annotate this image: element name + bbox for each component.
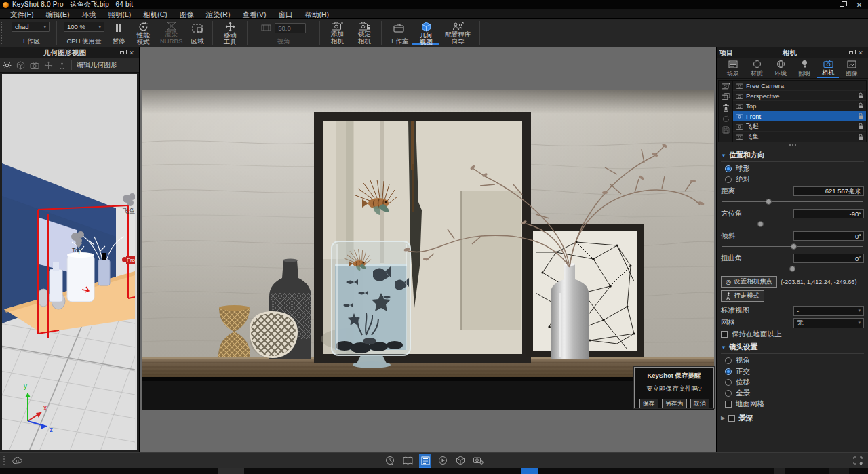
geometry-viewport[interactable]: 飞鱼 Top Front y [2, 74, 137, 450]
distance-slider[interactable] [722, 197, 863, 206]
walk-mode-button[interactable]: 行走模式 [721, 290, 764, 302]
menu-lighting[interactable]: 照明(L) [102, 9, 137, 19]
animation-icon[interactable] [437, 454, 449, 467]
pivot-icon[interactable] [58, 61, 66, 70]
lock-icon[interactable] [858, 113, 863, 119]
dock-drag-handle[interactable] [3, 456, 7, 465]
menu-view[interactable]: 查看(V) [236, 9, 272, 19]
tab-image[interactable]: 图像 [841, 59, 863, 78]
panel-close-icon[interactable]: ✕ [127, 50, 136, 56]
lock-icon[interactable] [858, 134, 863, 140]
fov-control[interactable]: 50.0 视角 [251, 20, 316, 45]
minimize-button[interactable] [815, 0, 833, 9]
keyshot-xr-icon[interactable] [454, 454, 467, 467]
render-nurbs-button[interactable]: 渲染 NURBS [157, 20, 186, 45]
ground-grid-checkbox[interactable]: 地面网格 [721, 399, 864, 410]
radio-absolute[interactable]: 绝对 [721, 174, 864, 185]
radio-spherical[interactable]: 球形 [721, 163, 864, 174]
menu-environment[interactable]: 环境 [75, 9, 102, 19]
list-resize-handle[interactable] [717, 142, 868, 148]
fov-value-field[interactable]: 50.0 [275, 23, 306, 33]
menu-window[interactable]: 窗口 [272, 9, 298, 19]
toolbar-drag-handle[interactable] [1, 22, 5, 44]
cancel-button[interactable]: 取消 [690, 399, 709, 409]
tab-material[interactable]: 材质 [746, 59, 768, 78]
cube-view-icon[interactable] [16, 61, 25, 70]
radio-shift[interactable]: 位移 [721, 377, 864, 388]
twist-field[interactable]: 0° [793, 254, 864, 263]
distance-field[interactable]: 621.567毫米 [793, 186, 864, 196]
camera-row-free[interactable]: Free Camera [733, 81, 866, 91]
menu-edit[interactable]: 编辑(E) [39, 9, 75, 19]
radio-panoramic[interactable]: 全景 [721, 388, 864, 399]
add-camera-icon[interactable] [722, 82, 730, 90]
depth-of-field-section[interactable]: ▶ 景深 [721, 412, 864, 424]
cloud-library-icon[interactable] [11, 454, 23, 467]
render-settings-icon[interactable] [472, 454, 484, 467]
menu-file[interactable]: 文件(F) [4, 9, 39, 19]
configurator-wizard-button[interactable]: 配置程序 向导 [439, 20, 476, 45]
realtime-viewport[interactable]: KeyShot 保存提醒 要立即保存文件吗? 保存 另存为 取消 [140, 47, 716, 452]
render-queue-icon[interactable] [384, 454, 396, 467]
taskbar-active-item[interactable] [521, 468, 538, 474]
close-button[interactable]: ✕ [850, 0, 868, 9]
camera-row-perspective[interactable]: Perspective [733, 91, 866, 101]
add-camera-button[interactable]: 添加 相机 [323, 20, 351, 45]
project-panel-icon[interactable] [419, 454, 431, 467]
camera-row-front[interactable]: Front [733, 111, 866, 121]
performance-mode-button[interactable]: 性能 模式 [130, 20, 157, 45]
taskbar-tray[interactable] [774, 468, 785, 474]
lock-icon[interactable] [858, 102, 863, 109]
menu-image[interactable]: 图像 [174, 9, 200, 19]
camera-row-feiqi[interactable]: 飞起 [733, 121, 866, 132]
geometry-view-button[interactable]: 几何 视图 [412, 20, 439, 45]
settings-gear-icon[interactable] [3, 61, 12, 70]
restore-button[interactable] [833, 0, 850, 9]
radio-perspective-lens[interactable]: 视角 [721, 355, 864, 366]
menu-render[interactable]: 渲染(R) [200, 9, 237, 19]
menu-help[interactable]: 帮助(H) [298, 9, 335, 19]
grid-dropdown[interactable]: 无 ▾ [793, 318, 864, 328]
save-camera-icon[interactable] [722, 126, 730, 134]
standard-view-dropdown[interactable]: - ▾ [793, 306, 864, 316]
move-axis-icon[interactable] [44, 61, 53, 70]
radio-orthographic[interactable]: 正交 [721, 366, 864, 377]
library-icon[interactable] [401, 454, 414, 467]
workspace-select[interactable]: chad▾ 工作区 [8, 20, 53, 45]
azimuth-slider[interactable] [722, 220, 863, 229]
cpu-usage-select[interactable]: 100 %▾ CPU 使用量 [60, 20, 108, 45]
azimuth-field[interactable]: -90° [793, 209, 864, 218]
taskbar-item[interactable] [218, 468, 244, 474]
tilt-field[interactable]: 0° [793, 231, 864, 241]
section-lens[interactable]: ▼ 镜头设置 [721, 342, 864, 354]
camera-view-icon[interactable] [30, 62, 39, 69]
pause-button[interactable]: 暂停 [108, 20, 130, 45]
move-tool-button[interactable]: 移动 工具 [216, 20, 243, 45]
lock-camera-button[interactable]: 锁定 相机 [351, 20, 378, 45]
camera-row-feiyu[interactable]: 飞鱼 [733, 132, 866, 142]
tilt-slider[interactable] [722, 242, 863, 251]
section-position[interactable]: ▼ 位置和方向 [721, 151, 864, 162]
lock-icon[interactable] [858, 123, 863, 130]
keep-above-ground-checkbox[interactable]: 保持在地面以上 [721, 329, 864, 340]
save-button[interactable]: 保存 [639, 399, 658, 409]
twist-slider[interactable] [722, 264, 863, 273]
undock-icon[interactable] [117, 51, 127, 54]
duplicate-camera-icon[interactable] [722, 93, 730, 100]
region-button[interactable]: 区域 [186, 20, 209, 45]
lock-icon[interactable] [858, 92, 863, 99]
reset-camera-icon[interactable] [722, 115, 730, 123]
tab-camera[interactable]: 相机 [817, 59, 839, 78]
menu-camera[interactable]: 相机(C) [137, 9, 174, 19]
camera-row-top[interactable]: Top [733, 101, 866, 111]
tab-lighting[interactable]: 照明 [793, 59, 815, 78]
save-as-button[interactable]: 另存为 [662, 399, 687, 409]
tab-environment[interactable]: 环境 [770, 59, 791, 78]
delete-camera-icon[interactable] [722, 104, 730, 112]
tab-scene[interactable]: 场景 [722, 59, 744, 78]
undock-icon[interactable] [846, 51, 856, 54]
set-camera-focus-button[interactable]: ◎ 设置相机焦点 [721, 276, 777, 288]
panel-close-icon[interactable]: ✕ [856, 50, 865, 56]
fullscreen-icon[interactable] [852, 454, 864, 467]
studio-button[interactable]: 工作室 [385, 20, 412, 45]
